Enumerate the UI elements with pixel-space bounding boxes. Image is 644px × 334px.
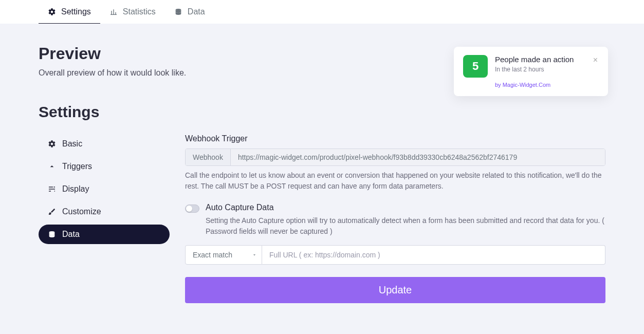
- sidebar-item-basic[interactable]: Basic: [39, 134, 170, 154]
- database-icon: [174, 8, 182, 16]
- tabs: Settings Statistics Data: [39, 0, 605, 24]
- settings-body: Basic Triggers Display Customize: [39, 134, 605, 303]
- sidebar-label: Basic: [62, 139, 82, 149]
- sidebar-item-triggers[interactable]: Triggers: [39, 157, 170, 176]
- gears-icon: [48, 8, 56, 16]
- webhook-addon: Webhook: [186, 149, 231, 165]
- sidebar-label: Triggers: [62, 162, 92, 171]
- notification-card: 5 People made an action In the last 2 ho…: [454, 47, 608, 96]
- svg-point-1: [49, 231, 55, 233]
- auto-capture-help: Setting the Auto Capture option will try…: [206, 215, 605, 237]
- auto-capture-toggle[interactable]: [185, 205, 199, 213]
- tab-data[interactable]: Data: [165, 0, 214, 24]
- webhook-field: Webhook Trigger Webhook https://magic-wi…: [185, 134, 605, 192]
- chart-bar-icon: [109, 8, 118, 16]
- brush-icon: [48, 208, 56, 216]
- sidebar-label: Display: [62, 184, 89, 194]
- webhook-url[interactable]: https://magic-widget.com/product/pixel-w…: [231, 149, 605, 165]
- webhook-input-group: Webhook https://magic-widget.com/product…: [185, 149, 605, 166]
- webhook-label: Webhook Trigger: [185, 134, 605, 143]
- webhook-help: Call the endpoint to let us know about a…: [185, 170, 605, 192]
- notification-title: People made an action: [495, 55, 585, 64]
- sliders-icon: [48, 185, 56, 193]
- update-button[interactable]: Update: [185, 277, 605, 303]
- close-icon[interactable]: ×: [592, 55, 599, 65]
- tabs-bar: Settings Statistics Data: [0, 0, 644, 24]
- match-type-select[interactable]: Exact match: [185, 245, 262, 265]
- tab-settings[interactable]: Settings: [39, 0, 100, 24]
- settings-title: Settings: [39, 103, 605, 121]
- tab-label: Data: [188, 7, 205, 16]
- gear-icon: [48, 140, 56, 148]
- sidebar-item-customize[interactable]: Customize: [39, 202, 170, 221]
- tab-label: Statistics: [123, 7, 156, 16]
- settings-panel: Webhook Trigger Webhook https://magic-wi…: [185, 134, 605, 303]
- auto-capture-label: Auto Capture Data: [206, 203, 605, 212]
- url-input[interactable]: [262, 245, 605, 265]
- sidebar-item-data[interactable]: Data: [39, 225, 170, 244]
- match-select-wrapper: Exact match: [185, 245, 262, 265]
- settings-sidebar: Basic Triggers Display Customize: [39, 134, 170, 247]
- database-icon: [48, 230, 56, 238]
- main-content: 5 People made an action In the last 2 ho…: [0, 24, 644, 334]
- chevron-up-icon: [48, 162, 56, 171]
- sidebar-label: Data: [62, 230, 80, 239]
- notification-attribution[interactable]: by Magic-Widget.Com: [495, 82, 599, 88]
- auto-capture-row: Auto Capture Data Setting the Auto Captu…: [185, 203, 605, 237]
- tab-statistics[interactable]: Statistics: [100, 0, 165, 24]
- notification-subtitle: In the last 2 hours: [495, 66, 585, 73]
- notification-count-badge: 5: [463, 55, 488, 78]
- tab-label: Settings: [61, 7, 91, 16]
- sidebar-item-display[interactable]: Display: [39, 179, 170, 199]
- svg-point-0: [175, 9, 181, 11]
- match-input-row: Exact match: [185, 245, 605, 265]
- sidebar-label: Customize: [62, 207, 101, 216]
